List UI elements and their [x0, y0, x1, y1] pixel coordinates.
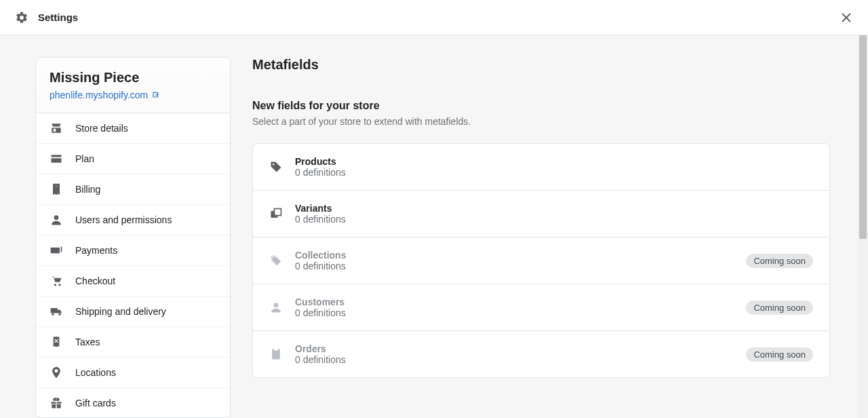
tag-icon [269, 160, 283, 174]
content: Missing Piece phenlife.myshopify.com Sto… [0, 35, 868, 418]
store-name: Missing Piece [50, 70, 216, 86]
row-sub: 0 definitions [295, 167, 813, 178]
sidebar-item-locations[interactable]: Locations [36, 358, 230, 388]
locations-icon [50, 366, 63, 379]
row-text: Variants 0 definitions [295, 203, 813, 225]
variants-icon [269, 207, 283, 221]
sidebar-item-taxes[interactable]: Taxes [36, 327, 230, 358]
svg-point-2 [58, 284, 60, 286]
row-title: Variants [295, 203, 813, 214]
row-title: Customers [295, 297, 734, 307]
coming-soon-badge: Coming soon [746, 254, 813, 268]
taxes-icon [50, 335, 63, 349]
scrollbar[interactable] [858, 35, 868, 418]
store-url-text: phenlife.myshopify.com [50, 90, 148, 100]
sidebar-header: Missing Piece phenlife.myshopify.com [36, 58, 230, 113]
row-sub: 0 definitions [295, 261, 734, 271]
topbar-left: Settings [15, 11, 78, 24]
row-title: Products [295, 156, 813, 167]
coming-soon-badge: Coming soon [746, 301, 813, 315]
gift-icon [50, 396, 63, 410]
row-title: Orders [295, 343, 734, 354]
svg-point-8 [274, 303, 279, 307]
topbar-title: Settings [38, 12, 78, 23]
store-url: phenlife.myshopify.com [50, 90, 216, 100]
sidebar-item-label: Taxes [75, 337, 100, 347]
row-collections: Collections 0 definitions Coming soon [253, 238, 829, 284]
row-text: Collections 0 definitions [295, 250, 734, 271]
billing-icon [50, 183, 63, 196]
nav-list: Store details Plan Billing Users and per… [36, 113, 230, 418]
sidebar-item-label: Payments [75, 245, 117, 256]
page-title: Metafields [252, 57, 830, 73]
sidebar-item-plan[interactable]: Plan [36, 144, 230, 174]
sidebar-item-label: Gift cards [75, 398, 116, 408]
svg-point-3 [52, 314, 54, 316]
row-text: Products 0 definitions [295, 156, 813, 178]
scrollbar-thumb[interactable] [859, 35, 867, 239]
sidebar-item-label: Shipping and delivery [75, 306, 166, 317]
customers-icon [269, 301, 283, 314]
sidebar-item-gift-cards[interactable]: Gift cards [36, 388, 230, 418]
row-sub: 0 definitions [295, 354, 734, 365]
users-icon [50, 213, 63, 227]
row-customers: Customers 0 definitions Coming soon [253, 284, 829, 331]
sidebar-item-label: Billing [75, 184, 100, 195]
row-sub: 0 definitions [295, 214, 813, 225]
svg-point-5 [273, 164, 275, 166]
sidebar-item-billing[interactable]: Billing [36, 174, 230, 205]
close-button[interactable] [835, 7, 857, 28]
row-text: Customers 0 definitions [295, 297, 734, 318]
sidebar-item-checkout[interactable]: Checkout [36, 266, 230, 297]
svg-point-1 [54, 284, 56, 286]
coming-soon-badge: Coming soon [746, 347, 813, 362]
row-sub: 0 definitions [295, 307, 734, 318]
row-text: Orders 0 definitions [295, 343, 734, 365]
external-link-icon [151, 91, 159, 99]
section-sub: Select a part of your store to extend wi… [252, 116, 830, 127]
shipping-icon [50, 305, 63, 318]
sidebar-item-payments[interactable]: Payments [36, 235, 230, 266]
payments-icon [50, 244, 63, 257]
store-url-link[interactable]: phenlife.myshopify.com [50, 90, 159, 100]
svg-point-4 [58, 314, 60, 316]
sidebar-item-label: Plan [75, 153, 94, 164]
sidebar-item-label: Store details [75, 123, 128, 134]
row-products[interactable]: Products 0 definitions [253, 144, 829, 191]
sidebar-item-shipping[interactable]: Shipping and delivery [36, 297, 230, 327]
topbar: Settings [0, 0, 868, 35]
sidebar-item-users[interactable]: Users and permissions [36, 205, 230, 235]
plan-icon [50, 152, 63, 166]
sidebar-item-label: Users and permissions [75, 214, 172, 225]
main: Metafields New fields for your store Sel… [252, 57, 868, 418]
sidebar: Missing Piece phenlife.myshopify.com Sto… [35, 57, 231, 418]
row-title: Collections [295, 250, 734, 261]
svg-rect-7 [275, 209, 281, 216]
checkout-icon [50, 274, 63, 288]
sidebar-item-store-details[interactable]: Store details [36, 113, 230, 144]
metafields-card: Products 0 definitions Variants 0 defini… [252, 143, 830, 378]
orders-icon [269, 347, 283, 361]
close-icon [840, 11, 853, 24]
row-variants[interactable]: Variants 0 definitions [253, 191, 829, 238]
collections-icon [269, 254, 283, 267]
sidebar-item-label: Locations [75, 367, 116, 378]
section-title: New fields for your store [252, 100, 830, 112]
row-orders: Orders 0 definitions Coming soon [253, 331, 829, 377]
sidebar-item-label: Checkout [75, 276, 115, 286]
gear-icon [15, 11, 28, 24]
store-icon [50, 121, 63, 135]
svg-point-0 [54, 215, 59, 220]
